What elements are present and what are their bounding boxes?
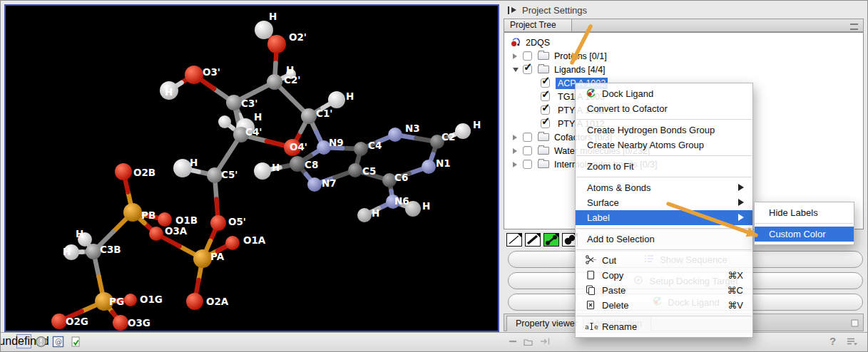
atom-o1g[interactable]: [124, 294, 137, 306]
expander-collapsed-icon[interactable]: [513, 162, 517, 167]
delete-icon: [585, 299, 596, 311]
atom-o5[interactable]: [210, 215, 226, 231]
menu-item-convert-to-cofactor[interactable]: Convert to Cofactor: [576, 101, 752, 116]
atom-c4[interactable]: [354, 142, 368, 156]
expander-expanded-icon[interactable]: [513, 68, 519, 72]
atom-c5[interactable]: [348, 163, 362, 177]
atom-h[interactable]: [328, 91, 345, 108]
list-menu-icon[interactable]: [846, 337, 860, 350]
atom-o3a[interactable]: [149, 227, 163, 241]
visibility-checkbox[interactable]: [523, 51, 532, 61]
menu-item-paste[interactable]: Paste⌘V: [576, 283, 752, 298]
atom-c3[interactable]: [226, 95, 242, 110]
menu-item-copy[interactable]: Copy⌘C: [576, 268, 752, 283]
folder-icon: [538, 133, 549, 141]
atom-n3[interactable]: [388, 128, 402, 142]
atom-pa[interactable]: [193, 249, 212, 268]
atom-label: H: [346, 90, 354, 102]
menu-item-rename[interactable]: aeRename: [576, 319, 752, 334]
tree-item-2dqs[interactable]: 2DQS: [504, 36, 863, 49]
expander-collapsed-icon[interactable]: [513, 148, 517, 154]
indent-arrow-icon[interactable]: [539, 336, 551, 346]
molecule-3d-render[interactable]: HO2'O3'HC2'HC3'HC1'HC4'O4'N9C8HN7C4C5C6N…: [6, 6, 498, 331]
atom-h[interactable]: [455, 123, 471, 139]
menu-separator: [576, 228, 752, 229]
menu-item-add-to-selection[interactable]: Add to Selection: [576, 232, 752, 247]
atom-o1a[interactable]: [225, 236, 240, 250]
style-button-stick[interactable]: [525, 233, 541, 247]
menu-separator: [576, 316, 752, 316]
atom-c8[interactable]: [290, 156, 305, 172]
project-settings-header[interactable]: Project Settings: [508, 4, 587, 16]
atom-h[interactable]: [254, 162, 271, 180]
style-button-ballstick[interactable]: [543, 233, 559, 247]
atom-n7[interactable]: [307, 177, 322, 192]
atom-label: N1: [436, 157, 451, 169]
visibility-checkbox[interactable]: [523, 65, 532, 74]
tree-item-ligands-4-4[interactable]: Ligands [4/4]: [504, 63, 863, 76]
atom-c5[interactable]: [207, 167, 223, 183]
menu-item-cut[interactable]: Cut⌘X: [576, 253, 752, 268]
collapse-icon[interactable]: [509, 337, 517, 346]
menu-item-atoms-bonds[interactable]: Atoms & Bonds: [576, 180, 752, 195]
visibility-checkbox[interactable]: [541, 105, 550, 115]
visibility-checkbox[interactable]: [541, 78, 550, 88]
menu-item-zoom-to-fit[interactable]: Zoom to Fit: [576, 159, 752, 174]
menu-item-create-nearby-atoms-group[interactable]: Create Nearby Atoms Group: [576, 138, 752, 152]
atom-label: C5: [362, 165, 376, 177]
log-at-icon[interactable]: @: [51, 334, 66, 348]
menu-item-label[interactable]: Label: [576, 210, 752, 225]
help-icon[interactable]: ?: [829, 335, 836, 347]
atom-o2a[interactable]: [186, 293, 203, 310]
atom-h[interactable]: [255, 21, 273, 39]
menu-item-surface[interactable]: Surface: [576, 195, 752, 210]
atom-c3b[interactable]: [86, 244, 101, 259]
check-document-icon[interactable]: [68, 334, 83, 348]
panel-minimize-icon[interactable]: [850, 24, 858, 30]
atom-pb[interactable]: [123, 203, 142, 222]
molecule-viewport[interactable]: HO2'O3'HC2'HC3'HC1'HC4'O4'N9C8HN7C4C5C6N…: [4, 4, 499, 332]
tree-item-proteins-0-1[interactable]: Proteins [0/1]: [504, 49, 863, 63]
label-submenu: Hide LabelsCustom Color: [754, 202, 854, 245]
atom-o1b[interactable]: [158, 212, 172, 227]
folder-icon: [538, 147, 549, 155]
expander-collapsed-icon[interactable]: [513, 53, 517, 59]
menu-item-custom-color[interactable]: Custom Color: [755, 227, 854, 242]
atom-label: C6: [394, 172, 408, 183]
style-button-wireframe[interactable]: [506, 233, 522, 247]
atom-label: PB: [141, 209, 155, 221]
context-menu: Dock LigandConvert to CofactorCreate Hyd…: [575, 83, 753, 338]
atom-label: O2A: [206, 296, 229, 307]
visibility-checkbox[interactable]: [523, 160, 532, 169]
folder-icon: [538, 66, 549, 73]
visibility-checkbox[interactable]: [523, 146, 532, 155]
panel-expander-icon[interactable]: [508, 6, 516, 14]
folder-outline-icon[interactable]: [523, 337, 533, 346]
visibility-checkbox[interactable]: [541, 119, 550, 128]
atom-o3[interactable]: [185, 66, 203, 84]
atom-o2[interactable]: [267, 35, 286, 53]
visibility-checkbox[interactable]: [541, 92, 550, 101]
atom-h[interactable]: [357, 208, 372, 222]
atom-n1[interactable]: [422, 160, 436, 174]
menu-item-label: Copy: [602, 270, 623, 281]
visibility-checkbox[interactable]: [523, 133, 532, 142]
atom-label: H: [372, 207, 379, 219]
project-view-icon[interactable]: undefined: [16, 334, 31, 348]
atom-o3g[interactable]: [113, 315, 128, 331]
tab-project-tree[interactable]: Project Tree: [504, 19, 572, 31]
atom-label: C4': [245, 126, 262, 138]
atom-o2b[interactable]: [115, 163, 132, 180]
clock-alert-icon[interactable]: [34, 334, 48, 348]
menu-item-hide-labels[interactable]: Hide Labels: [755, 205, 854, 220]
expander-collapsed-icon[interactable]: [513, 135, 517, 140]
menu-item-dock-ligand[interactable]: Dock Ligand: [576, 86, 752, 101]
atom-c1[interactable]: [301, 108, 317, 124]
atom-c2[interactable]: [267, 74, 282, 90]
atom-label: O3G: [128, 317, 150, 328]
menu-item-create-hydrogen-bonds-group[interactable]: Create Hydrogen Bonds Group: [576, 123, 752, 138]
atom[interactable]: [218, 115, 231, 128]
atom-o2g[interactable]: [51, 314, 67, 329]
detach-panel-icon[interactable]: [850, 318, 859, 331]
menu-item-delete[interactable]: Delete: [576, 298, 752, 313]
